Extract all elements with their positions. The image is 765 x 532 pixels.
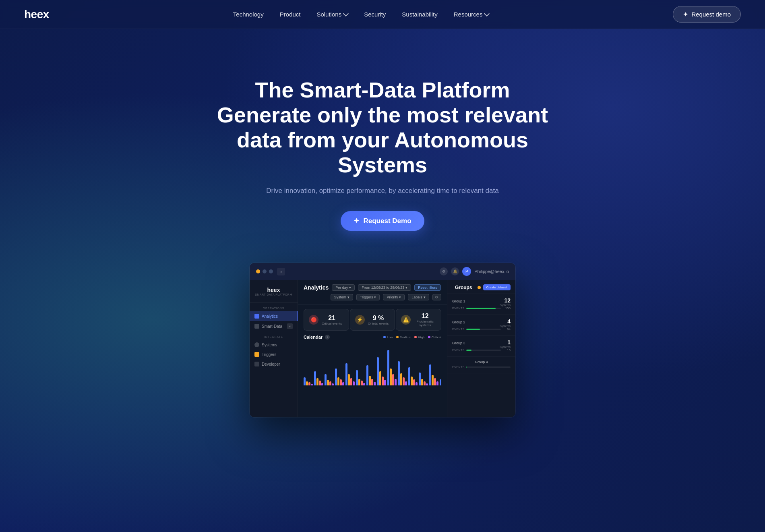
problematic-systems-icon: ⚠️ <box>401 315 411 325</box>
triggers-filter[interactable]: Triggers ▾ <box>356 294 380 300</box>
bar-group-11 <box>408 367 418 385</box>
legend-critical-dot <box>428 336 430 338</box>
nav-product[interactable]: Product <box>280 11 301 18</box>
sparkle-icon: ✦ <box>683 10 688 18</box>
bar-group-2 <box>314 371 323 385</box>
bar-low <box>304 377 306 385</box>
triggers-icon <box>254 352 259 357</box>
hero-cta-sparkle-icon: ✦ <box>354 217 359 225</box>
sidebar-item-analytics[interactable]: Analytics <box>250 311 298 321</box>
sidebar-logo: heex SMART DATA PLATFORM <box>250 287 298 303</box>
hero-title: The Smart-Data Platform Generate only th… <box>201 77 564 177</box>
group-item-2: Group 2 4 Systems EVENTS 64 <box>447 315 515 336</box>
system-filter[interactable]: System ▾ <box>331 294 353 300</box>
labels-filter[interactable]: Labels ▾ <box>408 294 429 300</box>
calendar-section: Calendar i Low Medium <box>298 335 447 391</box>
settings-icon-circle[interactable]: ⚙ <box>440 267 448 275</box>
groups-panel: Groups Create dataset Group 1 12 Systems <box>447 280 515 417</box>
total-events-label: Of total events <box>368 322 389 325</box>
calendar-header: Calendar i Low Medium <box>304 335 441 339</box>
legend-high: High <box>414 335 424 339</box>
critical-events-value: 21 <box>322 315 342 322</box>
bar-group-7 <box>366 365 376 385</box>
legend-medium-dot <box>396 336 399 338</box>
bar-group-8 <box>377 357 386 385</box>
titlebar-right: ⚙ 🔔 P Philippe@heex.io <box>440 267 509 276</box>
stats-row: 🔴 21 Critical events ⚡ 9 % Of total even… <box>298 305 447 335</box>
nav-security[interactable]: Security <box>364 11 386 18</box>
nav-links: Technology Product Solutions Security Su… <box>233 11 489 18</box>
back-button[interactable]: ‹ <box>277 268 285 275</box>
priority-filter[interactable]: Priority ▾ <box>383 294 405 300</box>
total-events-value: 9 % <box>368 315 389 322</box>
sidebar-item-smart-data[interactable]: Smart-Data ▾ <box>250 321 298 331</box>
bar-medium <box>306 381 308 385</box>
bar-group-6 <box>356 370 365 385</box>
group-item-3: Group 3 1 Systems EVENTS 16 <box>447 336 515 357</box>
groups-header: Groups Create dataset <box>447 284 515 294</box>
calendar-legend: Low Medium High <box>383 335 441 339</box>
bar-group-5 <box>345 363 355 385</box>
bar-group-13 <box>429 364 438 385</box>
bell-icon-circle[interactable]: 🔔 <box>451 267 459 275</box>
nav-solutions[interactable]: Solutions <box>316 11 348 18</box>
reset-filters-button[interactable]: Reset filters <box>414 284 441 291</box>
dashboard-main: Analytics Per day ▾ From 12/06/23 to 28/… <box>298 280 447 417</box>
critical-events-label: Critical events <box>322 322 342 325</box>
analytics-header: Analytics Per day ▾ From 12/06/23 to 28/… <box>298 280 447 305</box>
expand-icon[interactable]: ▾ <box>287 323 293 329</box>
solutions-chevron-icon <box>343 11 349 17</box>
critical-events-icon: 🔴 <box>309 315 318 325</box>
bar-group-4 <box>335 368 344 385</box>
dashboard-preview: ‹ ⚙ 🔔 P Philippe@heex.io heex SMART DATA… <box>250 263 515 417</box>
bar-group-1 <box>304 377 313 385</box>
bar-group-9 <box>387 350 397 385</box>
logo-text: heex <box>24 8 49 21</box>
bar-group-12 <box>419 373 428 385</box>
hero-subtitle: Drive innovation, optimize performance, … <box>266 187 498 195</box>
groups-indicator-dot <box>478 286 481 289</box>
dashboard-body: heex SMART DATA PLATFORM OPERATIONS Anal… <box>250 280 515 417</box>
total-events-icon: ⚡ <box>355 315 365 325</box>
problematic-systems-label: Problematic systems <box>414 320 436 327</box>
analytics-icon <box>254 314 259 319</box>
nav-request-demo-button[interactable]: ✦ Request demo <box>673 6 741 23</box>
sidebar-item-triggers[interactable]: Triggers <box>250 350 298 359</box>
user-email: Philippe@heex.io <box>474 269 509 274</box>
developer-icon <box>254 362 259 366</box>
titlebar-dot-yellow <box>256 269 260 273</box>
group-item-4: Group 4 EVENTS <box>447 357 515 373</box>
legend-critical: Critical <box>428 335 441 339</box>
logo[interactable]: heex <box>24 8 49 21</box>
refresh-filter[interactable]: ⟳ <box>432 294 441 300</box>
problematic-systems-value: 12 <box>414 313 436 320</box>
stat-critical-events: 🔴 21 Critical events <box>304 309 349 331</box>
calendar-chart <box>304 343 441 387</box>
nav-sustainability[interactable]: Sustainability <box>402 11 437 18</box>
hero-cta-button[interactable]: ✦ Request Demo <box>341 211 424 231</box>
sidebar-section-operations: OPERATIONS <box>250 303 298 311</box>
daterange-filter[interactable]: From 12/06/23 to 28/06/23 ▾ <box>358 284 411 291</box>
navbar: heex Technology Product Solutions Securi… <box>0 0 765 29</box>
analytics-title: Analytics <box>304 284 329 291</box>
period-filter[interactable]: Per day ▾ <box>332 284 355 291</box>
sidebar-item-systems[interactable]: Systems <box>250 340 298 350</box>
legend-low-dot <box>383 336 386 338</box>
calendar-info-icon[interactable]: i <box>325 335 330 339</box>
bar-group-10 <box>398 361 407 385</box>
stat-problematic-systems: ⚠️ 12 Problematic systems <box>396 309 441 331</box>
titlebar-dot-gray2 <box>269 269 273 273</box>
nav-technology[interactable]: Technology <box>233 11 264 18</box>
nav-resources[interactable]: Resources <box>454 11 489 18</box>
user-avatar: P <box>462 267 471 276</box>
bar-group-14 <box>440 379 441 385</box>
legend-high-dot <box>414 336 417 338</box>
bar-group-3 <box>325 374 334 385</box>
groups-title: Groups <box>452 285 475 290</box>
resources-chevron-icon <box>484 11 490 17</box>
sidebar-item-developer[interactable]: Developer <box>250 359 298 369</box>
traffic-lights <box>256 269 273 273</box>
create-dataset-button[interactable]: Create dataset <box>483 284 511 290</box>
sidebar-section-integrate: INTEGRATE <box>250 331 298 340</box>
legend-low: Low <box>383 335 393 339</box>
